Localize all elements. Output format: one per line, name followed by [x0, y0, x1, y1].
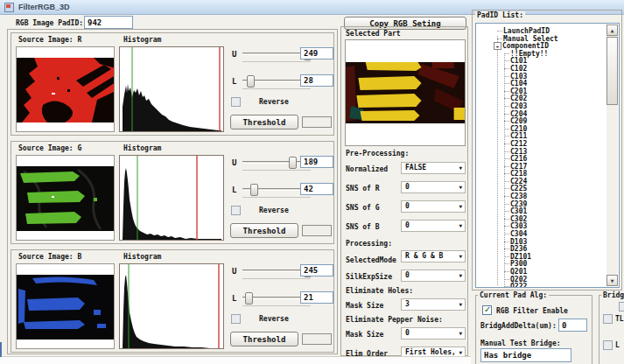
tree-item[interactable]: C204	[478, 110, 605, 118]
tree-item[interactable]: C213	[478, 148, 605, 156]
sns-g-dropdown[interactable]: 0 ▼	[401, 200, 466, 213]
reverse-label: Reverse	[259, 315, 289, 324]
tree-item[interactable]: C104	[478, 80, 605, 88]
u-label: U	[232, 158, 236, 168]
selectedmode-label: SelectedMode	[346, 256, 396, 265]
elim-order-value: First Holes,	[405, 348, 456, 356]
chevron-down-icon: ▼	[459, 185, 462, 190]
chevron-down-icon: ▼	[459, 204, 462, 209]
tree-item[interactable]: C301	[478, 207, 605, 215]
tree-connector	[504, 114, 509, 115]
l-slider-thumb[interactable]	[250, 184, 258, 196]
bridge-top-checkbox[interactable]	[619, 302, 624, 312]
tree-item[interactable]: C201	[478, 88, 605, 95]
tree-item[interactable]: Q222	[478, 283, 605, 287]
bridge-l-checkbox[interactable]	[603, 340, 613, 350]
tree-item[interactable]: Q202	[478, 276, 605, 284]
tree-connector	[504, 106, 509, 107]
u-value-field-b[interactable]	[300, 264, 333, 276]
normalized-dropdown[interactable]: FALSE ▼	[401, 162, 466, 174]
l-value-field-g[interactable]	[300, 183, 333, 195]
source-image-b-canvas	[17, 271, 115, 343]
source-image-g	[16, 155, 115, 241]
mask-size-holes-dropdown[interactable]: 3 ▼	[401, 298, 466, 311]
reverse-checkbox-b[interactable]	[231, 314, 241, 324]
tree-connector	[504, 204, 509, 205]
tree-item[interactable]: D236	[478, 245, 605, 253]
tree-item[interactable]: -ComponentID	[478, 42, 605, 50]
sns-r-dropdown[interactable]: 0 ▼	[401, 181, 466, 193]
threshold-button-b[interactable]: Threshold	[230, 332, 298, 346]
tree-item[interactable]: C102	[478, 65, 605, 73]
scrollbar-thumb[interactable]	[606, 37, 618, 105]
tree-item[interactable]: DZ101	[478, 253, 605, 261]
tree-item[interactable]: Q201	[478, 268, 605, 276]
tree-item[interactable]: D103	[478, 238, 605, 246]
tree-item[interactable]: C238	[478, 192, 605, 200]
tree-item[interactable]: LaunchPadID	[478, 27, 605, 35]
histogram-g-canvas	[120, 156, 223, 240]
reverse-checkbox-g[interactable]	[231, 206, 241, 215]
tree-item[interactable]: C218	[478, 170, 605, 178]
tree-connector	[504, 144, 509, 144]
threshold-button-g[interactable]: Threshold	[230, 223, 298, 238]
rgb-filter-enable-checkbox[interactable]	[482, 305, 492, 315]
chevron-down-icon: ▼	[459, 350, 462, 355]
silkexpsize-dropdown[interactable]: 0 ▼	[401, 270, 466, 282]
reverse-checkbox-r[interactable]	[231, 97, 241, 107]
sns-b-dropdown[interactable]: 0 ▼	[401, 220, 466, 232]
tree-item[interactable]: C217	[478, 163, 605, 171]
manual-test-bridge-field[interactable]	[480, 348, 571, 362]
scroll-down-icon[interactable]: ▼	[606, 275, 618, 286]
tree-item[interactable]: C103	[478, 73, 605, 80]
histogram-label: Histogram	[123, 144, 161, 153]
selected-part-panel: Selected Part Pre-Processing: Normalized…	[340, 26, 468, 356]
l-value-field-r[interactable]	[300, 74, 333, 87]
tree-connector	[504, 188, 509, 189]
source-image-b	[16, 263, 115, 349]
tree-connector	[504, 173, 509, 174]
tree-item[interactable]: C239	[478, 200, 605, 208]
threshold-button-r[interactable]: Threshold	[230, 115, 298, 130]
pad-id-field[interactable]	[84, 16, 133, 29]
channel-title: Source Image: G	[18, 144, 81, 153]
tree-item[interactable]: C303	[478, 222, 605, 230]
tree-item[interactable]: !!Empty!!	[478, 50, 605, 58]
selectedmode-dropdown[interactable]: R & G & B ▼	[401, 250, 466, 262]
bridge-l-label: L	[615, 341, 620, 350]
u-slider-thumb[interactable]	[289, 157, 297, 169]
tree-item[interactable]: C216	[478, 155, 605, 163]
processing-heading: Processing:	[346, 240, 392, 248]
l-slider-thumb[interactable]	[245, 292, 253, 304]
padid-listbox[interactable]: LaunchPadIDManual Select-ComponentID!!Em…	[475, 23, 620, 288]
tree-item[interactable]: C101	[478, 57, 605, 65]
bridge-tl-checkbox[interactable]	[603, 314, 613, 324]
l-slider-thumb[interactable]	[247, 75, 255, 88]
tree-item[interactable]: C209	[478, 117, 605, 125]
tree-item[interactable]: P300	[478, 260, 605, 268]
tree-item[interactable]: C225	[478, 185, 605, 192]
l-value-field-b[interactable]	[300, 291, 333, 304]
tree-item[interactable]: C203	[478, 102, 605, 110]
mask-size-pepper-dropdown[interactable]: 0 ▼	[401, 327, 466, 340]
tree-connector	[504, 53, 509, 54]
u-value-field-r[interactable]	[300, 47, 333, 60]
tree-item[interactable]: C210	[478, 125, 605, 133]
tree-item[interactable]: Manual Select	[478, 35, 605, 43]
tree-item[interactable]: C202	[478, 94, 605, 102]
normalized-label: Normalized	[346, 165, 388, 174]
tree-item[interactable]: C304	[478, 230, 605, 238]
slider-baseline	[242, 278, 311, 279]
normalized-value: FALSE	[405, 164, 426, 172]
tree-item[interactable]: C302	[478, 215, 605, 223]
tree-item[interactable]: C212	[478, 140, 605, 148]
histogram-label: Histogram	[123, 36, 161, 45]
bridge-add-delta-field[interactable]	[558, 318, 587, 332]
scroll-up-icon[interactable]: ▲	[606, 24, 618, 36]
tree-item[interactable]: C211	[478, 132, 605, 140]
tree-item[interactable]: C224	[478, 178, 605, 186]
tree-connector	[504, 263, 509, 264]
u-value-field-g[interactable]	[300, 156, 333, 168]
padid-scrollbar[interactable]: ▲ ▼	[606, 24, 618, 286]
sns-b-label: SNS of B	[346, 223, 380, 232]
